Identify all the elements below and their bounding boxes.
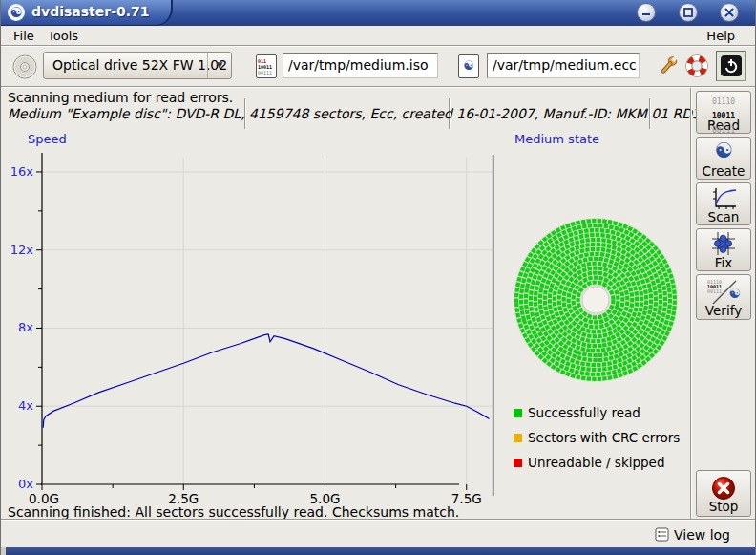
title-bar[interactable]: ☯ dvdisaster-0.71 [1,0,755,26]
result-text: Scanning finished: All sectors successfu… [8,504,459,520]
optical-disc-icon [12,54,37,82]
svg-text:16x: 16x [10,164,34,179]
iso-file-icon: 0111001100111 [256,54,277,78]
resize-corner[interactable] [1,547,6,555]
maximize-icon [682,6,695,19]
footer: View log [1,521,755,547]
minimize-button[interactable] [637,3,656,22]
drive-selector-value: Optical drive 52X FW 1.02 [52,57,227,73]
ecc-path-input[interactable]: /var/tmp/medium.ecc [487,53,640,78]
stop-button[interactable]: Stop [696,470,751,517]
verify-icon: 011101001100111 ☯ [697,278,750,304]
chevron-down-icon[interactable]: ▼ [207,53,231,78]
read-button[interactable]: 011101001100111 Read [696,91,751,134]
log-list-icon [655,527,669,542]
speed-chart: 0x4x8x12x16x0.0G2.5G5.0G7.5G [1,129,507,511]
svg-text:0x: 0x [18,477,33,491]
dvdisaster-lifebuoy-icon[interactable] [684,53,709,81]
menu-bar: File Tools Help [1,26,755,45]
stop-icon [697,474,750,500]
legend-swatch-success [514,409,522,417]
create-button[interactable]: ☯ Create [696,137,751,180]
quit-button[interactable] [716,51,746,81]
view-log-button[interactable]: View log [655,525,730,544]
minimize-icon [640,6,653,19]
toolbar: Optical drive 52X FW 1.02 ▼ 011100110011… [1,47,755,86]
fix-button[interactable]: Fix [696,228,751,271]
power-icon [721,55,742,76]
maximize-button[interactable] [679,3,698,22]
close-icon [723,6,736,19]
yin-yang-icon: ☯ [697,139,750,164]
verify-button[interactable]: 011101001100111 ☯ Verify [696,274,751,320]
medium-state-disc [511,215,681,385]
window-resize-bar[interactable] [1,547,755,555]
status-medium-info: Medium "Example disc": DVD-R DL, 4159748… [8,106,713,121]
dvdisaster-window: ☯ dvdisaster-0.71 File Tools Help Optic [0,0,756,555]
separator [690,88,692,519]
menu-tools[interactable]: Tools [43,28,83,44]
menu-file[interactable]: File [9,28,39,44]
close-button[interactable] [720,3,739,22]
scan-chart-icon [697,184,750,210]
status-action-text: Scanning medium for read errors. [8,90,233,105]
puzzle-piece-icon [697,230,750,256]
ecc-file-icon: ☯ [458,54,479,78]
read-icon: 011101001100111 [697,93,750,118]
legend-swatch-crc [514,434,522,442]
svg-text:12x: 12x [10,243,34,257]
window-title: dvdisaster-0.71 [32,4,150,19]
svg-text:4x: 4x [18,398,33,413]
separator [1,86,755,88]
drive-selector[interactable]: Optical drive 52X FW 1.02 ▼ [43,52,232,79]
svg-text:8x: 8x [18,320,33,334]
medium-state-title: Medium state [514,132,599,146]
menu-help[interactable]: Help [702,28,740,44]
scan-button[interactable]: Scan [696,182,751,225]
legend-swatch-unreadable [514,459,522,467]
app-yin-yang-icon: ☯ [8,4,25,21]
iso-path-input[interactable]: /var/tmp/medium.iso [283,53,438,78]
preferences-wrench-icon[interactable] [656,53,681,81]
